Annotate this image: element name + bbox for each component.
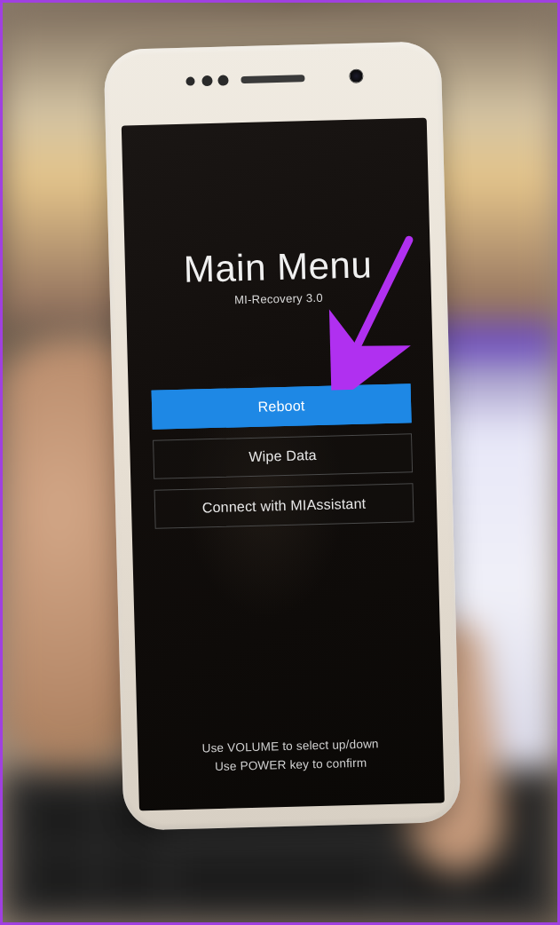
instruction-text: Use VOLUME to select up/down Use POWER k…: [138, 734, 444, 779]
front-camera-icon: [349, 68, 363, 83]
menu-item-connect-miassistant[interactable]: Connect with MIAssistant: [154, 483, 414, 529]
sensor-icon: [217, 75, 228, 85]
earpiece-icon: [241, 75, 304, 83]
menu-list: Reboot Wipe Data Connect with MIAssistan…: [152, 383, 414, 529]
page-title: Main Menu: [183, 243, 372, 291]
page-subtitle: MI-Recovery 3.0: [234, 291, 323, 307]
sensor-icon: [201, 75, 212, 86]
menu-item-wipe-data[interactable]: Wipe Data: [153, 433, 413, 479]
proximity-sensor-icon: [185, 76, 194, 85]
phone-bezel-top: [104, 41, 443, 130]
recovery-menu: Main Menu MI-Recovery 3.0 Reboot Wipe Da…: [122, 118, 445, 811]
menu-item-reboot[interactable]: Reboot: [152, 383, 412, 430]
phone-device: Main Menu MI-Recovery 3.0 Reboot Wipe Da…: [104, 41, 461, 831]
phone-screen: Main Menu MI-Recovery 3.0 Reboot Wipe Da…: [122, 118, 445, 811]
